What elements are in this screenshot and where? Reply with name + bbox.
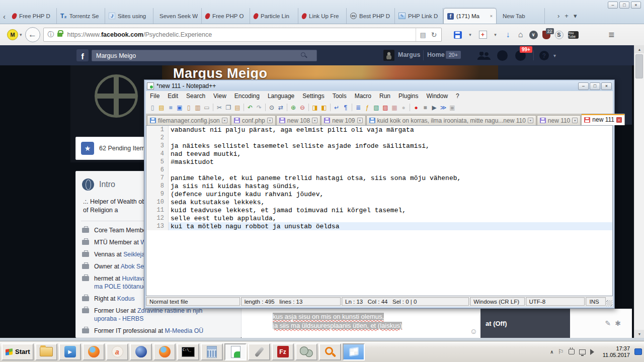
stylish-icon[interactable]: S: [555, 31, 564, 39]
taskbar-microphone[interactable]: [248, 343, 270, 360]
menu-item[interactable]: Edit: [164, 93, 182, 100]
reader-mode-icon[interactable]: ▤: [420, 31, 426, 39]
close-all[interactable]: ▥: [193, 103, 202, 112]
scrollbar-thumb[interactable]: [635, 54, 643, 78]
browser-tab[interactable]: RS Best PHP D: [347, 8, 395, 24]
youtube-icon[interactable]: You Tube: [568, 31, 579, 39]
browser-tab[interactable]: T₂ Torrentz Se: [57, 8, 105, 24]
scroll-down-icon[interactable]: ▼: [634, 330, 644, 338]
taskbar-calculator[interactable]: [201, 343, 223, 360]
show-all-chars[interactable]: ¶: [341, 103, 350, 112]
search-icon[interactable]: [301, 52, 305, 57]
facebook-logo-icon[interactable]: f: [76, 49, 89, 61]
maximize-button[interactable]: □: [590, 82, 600, 90]
zoom-out[interactable]: ⊖: [298, 103, 307, 112]
comment-compose-box[interactable]: kus asja sisu on mis on kunsti olemus, j…: [242, 309, 480, 338]
menu-item[interactable]: File: [146, 93, 164, 100]
back-button[interactable]: ←: [25, 27, 40, 42]
menu-item[interactable]: Plugins: [394, 93, 422, 100]
https-lock-icon[interactable]: [57, 33, 62, 37]
intro-item-link[interactable]: Seiklejat: [123, 251, 146, 258]
document-tab[interactable]: new 110 ×: [537, 115, 581, 125]
browser-tab[interactable]: Free PHP O: [202, 8, 250, 24]
browser-tab[interactable]: J Sites using: [105, 8, 153, 24]
print[interactable]: ▭: [202, 103, 211, 112]
facebook-search-input[interactable]: [92, 50, 317, 61]
tab-overflow-icon[interactable]: ›: [557, 12, 559, 20]
document-tab[interactable]: kuid koik on korras, ilma irooniata, mit…: [366, 115, 536, 125]
indent-guide[interactable]: ≣: [354, 103, 363, 112]
document-tab[interactable]: filemanager.config.json ×: [147, 115, 230, 125]
download-icon[interactable]: ↓: [504, 30, 512, 39]
notepadpp-titlebar[interactable]: *new 111 - Notepad++ – □ ×: [146, 81, 613, 91]
browser-tab[interactable]: Particle Lin: [250, 8, 298, 24]
close-doc[interactable]: ▯: [184, 103, 193, 112]
document-close-icon[interactable]: ×: [616, 117, 622, 123]
messenger-icon[interactable]: [497, 50, 508, 61]
taskbar-search[interactable]: [319, 343, 341, 360]
editor-area[interactable]: 1 vabandust nii palju pärast, aga eelmis…: [146, 125, 613, 296]
sync-vertical[interactable]: ◨: [310, 103, 319, 112]
resize-grip[interactable]: [606, 300, 612, 306]
start-button[interactable]: Start: [2, 343, 34, 360]
folder-workspace[interactable]: ▦: [390, 103, 399, 112]
emoji-smiley-icon[interactable]: ☺: [470, 327, 477, 335]
taskbar-atube[interactable]: a: [106, 343, 128, 360]
find[interactable]: ⊙: [267, 103, 276, 112]
menu-item[interactable]: Search: [182, 93, 209, 100]
document-tab[interactable]: new 109 ×: [321, 115, 365, 125]
reload-icon[interactable]: ↻: [431, 31, 437, 39]
menu-item[interactable]: Encoding: [230, 93, 264, 100]
home-icon[interactable]: ⌂: [517, 30, 525, 39]
doc-switcher[interactable]: ▨: [381, 103, 390, 112]
show-desktop-icon[interactable]: [634, 348, 642, 355]
intro-item-link[interactable]: Kodus: [117, 295, 135, 302]
macro-record[interactable]: ●: [412, 103, 421, 112]
cut[interactable]: ✂: [215, 103, 224, 112]
document-close-icon[interactable]: ×: [312, 118, 317, 123]
replace[interactable]: ⇄: [276, 103, 285, 112]
taskbar-seamonkey[interactable]: [130, 343, 152, 360]
tab-close-icon[interactable]: ×: [490, 14, 493, 19]
new-tab-button[interactable]: +: [565, 12, 569, 20]
menu-item[interactable]: Run: [375, 93, 394, 100]
macro-save[interactable]: ▣: [448, 103, 457, 112]
undo[interactable]: ↶: [246, 103, 255, 112]
sync-horizontal[interactable]: ◧: [319, 103, 329, 112]
menu-item[interactable]: Tools: [329, 93, 351, 100]
redo[interactable]: ↷: [255, 103, 264, 112]
browser-tab[interactable]: f (171) Ma ×: [443, 8, 497, 24]
taskbar-firefox-2[interactable]: [153, 343, 176, 360]
monitor[interactable]: ●: [399, 103, 408, 112]
function-list[interactable]: ƒ: [363, 103, 372, 112]
intro-item-link[interactable]: M-Meedia OÜ: [165, 327, 204, 334]
page-scrollbar[interactable]: ▲ ▼: [634, 45, 644, 338]
tray-flag-icon[interactable]: ⚐: [558, 348, 564, 355]
copy[interactable]: ❐: [224, 103, 233, 112]
adblock-shield-icon[interactable]: 22: [542, 31, 550, 39]
friend-requests-icon[interactable]: [477, 52, 491, 60]
chat-off-bar[interactable]: at (Off): [480, 309, 570, 338]
help-icon[interactable]: ?: [539, 51, 549, 60]
document-close-icon[interactable]: ×: [357, 118, 363, 123]
taskbar-firefox[interactable]: [83, 343, 105, 360]
browser-tab[interactable]: Seven Seek Wel: [153, 8, 202, 24]
menu-item[interactable]: Settings: [298, 93, 328, 100]
menu-item[interactable]: Macro: [351, 93, 375, 100]
save-page-icon[interactable]: [454, 31, 462, 39]
save-all[interactable]: ▣: [175, 103, 184, 112]
macro-run-multiple[interactable]: ≫: [439, 103, 448, 112]
macro-stop[interactable]: ■: [421, 103, 430, 112]
tray-clock[interactable]: 17:37 11.05.2017: [601, 345, 630, 358]
browser-tab[interactable]: New Tab: [497, 8, 545, 24]
page-info-icon[interactable]: ⓘ: [48, 30, 54, 39]
bookmark-caret[interactable]: ▾: [492, 30, 500, 39]
new-file[interactable]: ▯: [148, 103, 157, 112]
hamburger-menu-icon[interactable]: ≡: [609, 29, 615, 41]
new-message-icon[interactable]: ✎: [605, 319, 611, 327]
taskbar-explorer[interactable]: [35, 343, 57, 360]
document-tab[interactable]: conf.php ×: [231, 115, 276, 125]
app-menu-button[interactable]: M: [7, 29, 18, 40]
tray-power-icon[interactable]: [569, 349, 575, 354]
menu-item[interactable]: Language: [264, 93, 298, 100]
